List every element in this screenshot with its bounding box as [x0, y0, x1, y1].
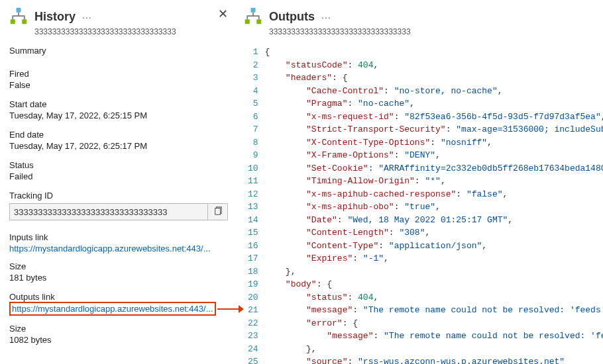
- logic-app-icon: [244, 7, 262, 27]
- outputs-more-menu[interactable]: ···: [321, 12, 331, 23]
- logic-app-icon: [9, 7, 28, 27]
- inputs-size-value: 181 bytes: [9, 273, 228, 283]
- fired-label: Fired: [9, 69, 228, 79]
- status-label: Status: [9, 160, 228, 170]
- start-date-value: Tuesday, May 17, 2022, 6:25:15 PM: [9, 111, 228, 120]
- fired-value: False: [9, 80, 228, 90]
- json-editor[interactable]: 1234567891011121314151617181920212223242…: [244, 46, 603, 364]
- outputs-size-label: Size: [9, 324, 228, 334]
- line-number-gutter: 1234567891011121314151617181920212223242…: [244, 46, 265, 364]
- history-header: History ···: [9, 7, 228, 27]
- svg-rect-7: [245, 19, 250, 24]
- status-value: Failed: [9, 171, 228, 181]
- history-panel: History ··· ✕ 33333333333333333333333333…: [0, 0, 237, 364]
- outputs-guid: 33333333333333333333333333333333: [269, 27, 603, 36]
- svg-rect-3: [215, 208, 220, 214]
- close-icon[interactable]: ✕: [218, 7, 228, 21]
- history-title: History: [34, 10, 76, 24]
- json-code: { "statusCode": 404, "headers": { "Cache…: [265, 46, 603, 364]
- inputs-link[interactable]: https://mystandardlogicapp.azurewebsites…: [9, 244, 228, 253]
- history-more-menu[interactable]: ···: [82, 12, 92, 23]
- outputs-header: Outputs ···: [244, 7, 603, 27]
- history-guid: 33333333333333333333333333333333: [34, 27, 228, 36]
- svg-rect-1: [11, 19, 15, 24]
- end-date-value: Tuesday, May 17, 2022, 6:25:17 PM: [9, 141, 228, 151]
- end-date-label: End date: [9, 130, 228, 140]
- outputs-link-highlight: https://mystandardlogicapp.azurewebsites…: [9, 302, 216, 316]
- outputs-title: Outputs: [269, 10, 315, 24]
- outputs-size-value: 1082 bytes: [9, 335, 228, 345]
- svg-rect-8: [256, 19, 261, 24]
- outputs-link[interactable]: https://mystandardlogicapp.azurewebsites…: [12, 304, 213, 314]
- copy-icon: [213, 206, 223, 218]
- inputs-size-label: Size: [9, 261, 228, 271]
- outputs-panel: Outputs ··· 3333333333333333333333333333…: [237, 0, 603, 364]
- svg-rect-0: [17, 8, 21, 13]
- start-date-label: Start date: [9, 99, 228, 109]
- summary-label: Summary: [9, 46, 228, 56]
- tracking-id-input[interactable]: [10, 207, 207, 217]
- tracking-id-label: Tracking ID: [9, 191, 228, 201]
- svg-rect-2: [22, 19, 27, 24]
- svg-rect-6: [251, 8, 256, 13]
- inputs-link-label: Inputs link: [9, 232, 228, 242]
- svg-marker-5: [239, 305, 244, 313]
- tracking-id-box: [9, 203, 228, 220]
- copy-button[interactable]: [207, 204, 227, 220]
- outputs-link-label: Outputs link: [9, 292, 228, 302]
- arrow-right-icon: [217, 303, 244, 317]
